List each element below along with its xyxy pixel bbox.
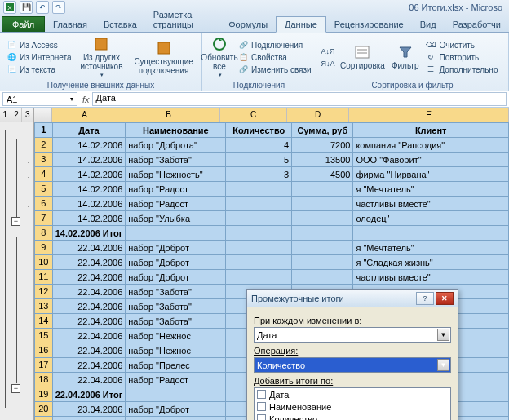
outline-level-1[interactable]: 1 bbox=[0, 108, 11, 122]
dialog-close-button[interactable]: ✕ bbox=[436, 292, 454, 305]
row-header[interactable]: 4 bbox=[35, 167, 53, 182]
cell[interactable] bbox=[226, 211, 292, 226]
fx-icon[interactable]: fx bbox=[82, 95, 90, 104]
cell[interactable]: я "Сладкая жизнь" bbox=[353, 255, 509, 270]
cell[interactable] bbox=[292, 241, 353, 255]
tab-developer[interactable]: Разработчи bbox=[445, 17, 509, 32]
row-header[interactable]: 21 bbox=[35, 417, 53, 421]
cell[interactable]: 13500 bbox=[292, 153, 353, 167]
cell[interactable] bbox=[292, 211, 353, 226]
cell[interactable]: набор "Радост bbox=[126, 373, 226, 387]
clear-button[interactable]: ⌫Очистить bbox=[423, 39, 500, 51]
row-header[interactable]: 12 bbox=[35, 285, 53, 299]
undo-icon[interactable]: ↶ bbox=[36, 1, 49, 14]
row-header[interactable]: 11 bbox=[35, 270, 53, 285]
cell[interactable]: компания "Рапсодия" bbox=[353, 138, 509, 153]
tab-pagelayout[interactable]: Разметка страницы bbox=[145, 7, 220, 32]
properties-button[interactable]: 📋Свойства bbox=[235, 51, 314, 63]
cell[interactable]: частливы вместе" bbox=[353, 270, 509, 285]
cell[interactable] bbox=[226, 241, 292, 255]
header-cell[interactable]: Наименование bbox=[126, 123, 226, 138]
advanced-button[interactable]: ☰Дополнительно bbox=[423, 64, 500, 75]
cell[interactable] bbox=[292, 270, 353, 285]
list-item[interactable]: Количество bbox=[254, 413, 450, 420]
from-web-button[interactable]: 🌐Из Интернета bbox=[3, 51, 74, 63]
cell[interactable]: 22.04.2006 bbox=[52, 241, 126, 255]
cell[interactable]: 4 bbox=[226, 138, 292, 153]
sort-az-button[interactable]: А↓Я bbox=[320, 46, 336, 57]
redo-icon[interactable]: ↷ bbox=[52, 1, 65, 14]
cell[interactable]: 14.02.2006 bbox=[52, 211, 126, 226]
tab-formulas[interactable]: Формулы bbox=[220, 17, 276, 32]
cell[interactable]: набор "Радост bbox=[126, 182, 226, 197]
tab-home[interactable]: Главная bbox=[45, 17, 95, 32]
row-header[interactable]: 15 bbox=[35, 329, 53, 343]
listbox-add-totals[interactable]: ДатаНаименованиеКоличество✓Сумма, рубКли… bbox=[254, 387, 451, 420]
cell[interactable]: 22.04.2006 bbox=[52, 285, 126, 299]
cell[interactable]: 14.02.2006 bbox=[52, 182, 126, 197]
cell[interactable]: 7200 bbox=[292, 138, 353, 153]
list-item[interactable]: Наименование bbox=[254, 400, 450, 413]
cell[interactable]: набор "Доброт bbox=[126, 417, 226, 421]
cell[interactable]: 22.04.2006 bbox=[52, 358, 126, 373]
row-header[interactable]: 13 bbox=[35, 299, 53, 314]
cell[interactable]: 14.02.2006 bbox=[52, 167, 126, 182]
refresh-all-button[interactable]: Обновить все bbox=[206, 34, 233, 80]
cell[interactable]: набор "Забота" bbox=[126, 285, 226, 299]
header-cell[interactable]: Количество bbox=[226, 123, 292, 138]
cell[interactable]: я "Мечтатель" bbox=[353, 182, 509, 197]
cell[interactable]: 14.02.2006 Итог bbox=[52, 226, 126, 241]
dialog-help-button[interactable]: ? bbox=[416, 292, 434, 305]
outline-level-2[interactable]: 2 bbox=[11, 108, 23, 122]
list-item[interactable]: Дата bbox=[254, 388, 450, 400]
cell[interactable] bbox=[126, 226, 226, 241]
cell[interactable]: ООО "Фаворит" bbox=[353, 153, 509, 167]
cell[interactable] bbox=[292, 255, 353, 270]
edit-links-button[interactable]: 🔗Изменить связи bbox=[235, 64, 314, 75]
reapply-button[interactable]: ↻Повторить bbox=[423, 51, 500, 63]
cell[interactable]: 3 bbox=[226, 167, 292, 182]
cell[interactable]: фирма "Нирвана" bbox=[353, 167, 509, 182]
dialog-titlebar[interactable]: Промежуточные итоги ? ✕ bbox=[247, 290, 458, 307]
formula-input[interactable]: Дата bbox=[92, 92, 507, 106]
sort-button[interactable]: Сортировка bbox=[338, 42, 387, 72]
from-access-button[interactable]: 📄Из Access bbox=[3, 39, 74, 51]
cell[interactable]: 22.04.2006 bbox=[52, 299, 126, 314]
cell[interactable]: 22.04.2006 bbox=[52, 314, 126, 329]
row-header[interactable]: 16 bbox=[35, 343, 53, 358]
row-header[interactable]: 3 bbox=[35, 153, 53, 167]
row-header[interactable]: 19 bbox=[35, 387, 53, 402]
col-header-a[interactable]: A bbox=[52, 108, 117, 122]
header-cell[interactable]: Клиент bbox=[353, 123, 509, 138]
cell[interactable] bbox=[226, 182, 292, 197]
cell[interactable] bbox=[226, 255, 292, 270]
cell[interactable]: 23.04.2006 bbox=[52, 417, 126, 421]
row-header[interactable]: 5 bbox=[35, 182, 53, 197]
row-header[interactable]: 18 bbox=[35, 373, 53, 387]
row-header[interactable]: 10 bbox=[35, 255, 53, 270]
name-box[interactable]: A1▾ bbox=[2, 92, 77, 106]
cell[interactable]: набор "Доброта" bbox=[126, 138, 226, 153]
cell[interactable] bbox=[126, 387, 226, 402]
row-header[interactable]: 1 bbox=[35, 123, 53, 138]
cell[interactable]: набор "Забота" bbox=[126, 153, 226, 167]
cell[interactable]: 22.04.2006 Итог bbox=[52, 387, 126, 402]
row-header[interactable]: 14 bbox=[35, 314, 53, 329]
cell[interactable]: 5 bbox=[226, 153, 292, 167]
cell[interactable] bbox=[226, 270, 292, 285]
cell[interactable]: 22.04.2006 bbox=[52, 373, 126, 387]
cell[interactable]: набор "Прелес bbox=[126, 358, 226, 373]
row-header[interactable]: 6 bbox=[35, 197, 53, 211]
connections-button[interactable]: 🔗Подключения bbox=[235, 39, 314, 51]
header-cell[interactable]: Дата bbox=[52, 123, 126, 138]
outline-level-3[interactable]: 3 bbox=[22, 108, 33, 122]
col-header-b[interactable]: B bbox=[117, 108, 220, 122]
cell[interactable]: 23.04.2006 bbox=[52, 402, 126, 417]
cell[interactable]: 14.02.2006 bbox=[52, 197, 126, 211]
combo-operation[interactable]: Количество▼ bbox=[254, 357, 451, 373]
cell[interactable] bbox=[226, 226, 292, 241]
tab-review[interactable]: Рецензирование bbox=[326, 17, 412, 32]
row-header[interactable]: 20 bbox=[35, 402, 53, 417]
cell[interactable]: 22.04.2006 bbox=[52, 255, 126, 270]
outline-collapse-button[interactable]: − bbox=[11, 384, 23, 393]
